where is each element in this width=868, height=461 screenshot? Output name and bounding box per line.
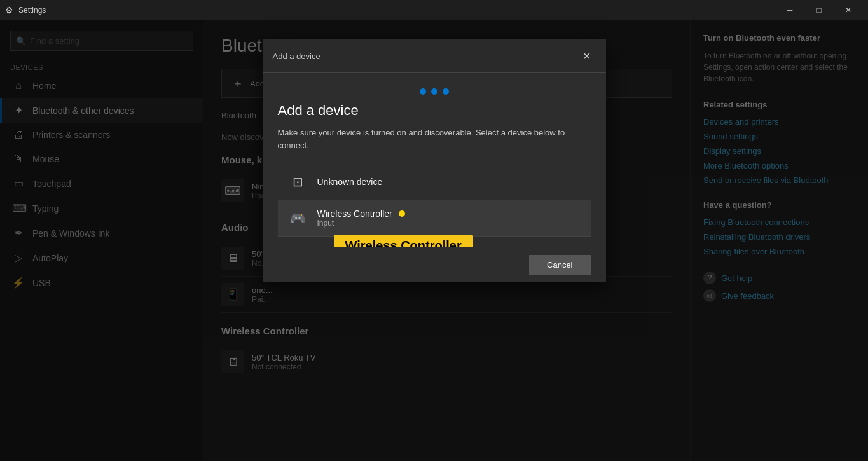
minimize-button[interactable]: ─ [775, 0, 804, 20]
bt-dot-3 [443, 88, 449, 95]
modal-titlebar: Add a device ✕ [263, 39, 606, 73]
modal-overlay: Add a device ✕ Add a device Make sure yo… [0, 20, 868, 461]
title-bar-controls: ─ □ ✕ [775, 0, 863, 20]
list-item[interactable]: ⊡ Unknown device [278, 164, 591, 200]
add-device-modal: Add a device ✕ Add a device Make sure yo… [263, 39, 606, 282]
title-bar-left: ⚙ Settings [5, 5, 46, 15]
unknown-device-icon: ⊡ [288, 172, 308, 192]
controller-icon: 🎮 [288, 208, 308, 228]
modal-desc: Make sure your device is turned on and d… [278, 127, 591, 151]
modal-titlebar-text: Add a device [273, 52, 320, 61]
bt-animation-dots [278, 88, 591, 95]
status-dot [399, 210, 405, 217]
modal-heading: Add a device [278, 102, 591, 119]
cancel-button[interactable]: Cancel [529, 255, 590, 275]
close-button[interactable]: ✕ [834, 0, 863, 20]
modal-body: Add a device Make sure your device is tu… [263, 73, 606, 247]
device-highlight-tooltip: Wireless Controller [334, 235, 473, 247]
modal-close-button[interactable]: ✕ [578, 47, 596, 65]
title-bar: ⚙ Settings ─ □ ✕ [0, 0, 868, 20]
controller-device-sub: Input [317, 219, 405, 228]
unknown-device-name: Unknown device [317, 177, 383, 187]
bt-dot-1 [420, 88, 426, 95]
controller-device-name: Wireless Controller [317, 209, 405, 219]
list-item[interactable]: 🎮 Wireless Controller Input Wireless Con… [278, 200, 591, 237]
settings-icon: ⚙ [5, 5, 13, 15]
bt-dot-2 [431, 88, 437, 95]
maximize-button[interactable]: □ [804, 0, 834, 20]
title-bar-title: Settings [18, 6, 46, 15]
modal-footer: Cancel [263, 247, 606, 282]
